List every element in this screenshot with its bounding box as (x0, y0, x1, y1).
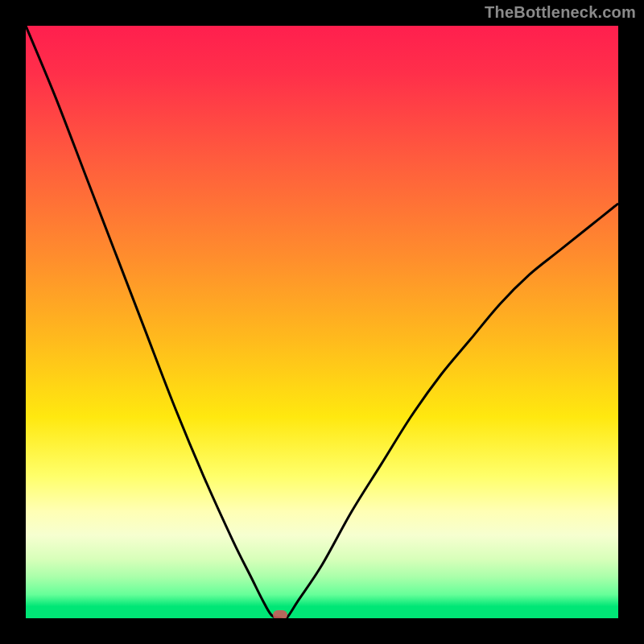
chart-frame: TheBottleneck.com (0, 0, 644, 644)
attribution-text: TheBottleneck.com (485, 3, 636, 22)
curve-svg (26, 26, 618, 618)
plot-area (26, 26, 618, 618)
curve-path (26, 26, 618, 618)
min-marker (273, 610, 287, 618)
